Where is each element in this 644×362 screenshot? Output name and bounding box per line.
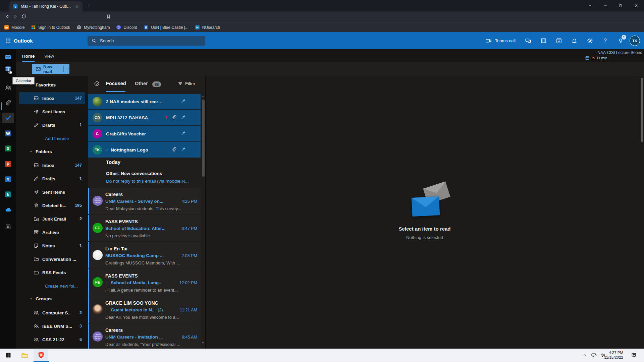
email-sender: Lin En Tai — [105, 246, 127, 251]
sidebar-item-ieee-unm-s-[interactable]: IEEE UNM S... 3 — [19, 320, 85, 332]
tab-focused[interactable]: Focused — [106, 81, 126, 86]
app-launcher-icon[interactable] — [5, 38, 11, 44]
list-scroll-down[interactable]: ▼ — [201, 342, 205, 345]
ribbon: Delete Archive Report Sweep Move to Repl… — [16, 62, 644, 76]
rail-item-powerpoint[interactable]: P — [0, 161, 16, 167]
other-conversations-link[interactable]: Do not reply to this email (via moodle.N… — [106, 179, 189, 184]
bookmark-item-0[interactable]: mMoodle — [4, 25, 24, 30]
chat-button[interactable] — [520, 32, 536, 49]
sidebar-section-folders[interactable]: Folders — [19, 145, 85, 158]
email-row[interactable]: FE FASS EVENTS School of Media, Lang... … — [88, 269, 201, 296]
unread-count: 147 — [75, 163, 82, 168]
sidebar-item-drafts[interactable]: Drafts 1 — [19, 119, 85, 131]
rail-item-more-apps[interactable] — [0, 224, 16, 230]
rail-item-people[interactable] — [0, 84, 16, 91]
rail-item-todo[interactable] — [0, 115, 16, 121]
rail-item-mail[interactable] — [0, 54, 16, 60]
email-row[interactable]: FE FASS EVENTS School of Education: Alte… — [88, 215, 201, 241]
reload-icon[interactable] — [21, 14, 26, 19]
sidebar-item-css-21-22[interactable]: CSS 21-22 6 — [19, 334, 85, 346]
action-center-button[interactable] — [628, 349, 639, 362]
bookmark-item-2[interactable]: MyNottingham — [76, 25, 110, 30]
teams-call-button[interactable]: Teams call — [485, 38, 516, 44]
new-tab-icon[interactable] — [87, 3, 92, 8]
search-input[interactable]: Search — [88, 36, 205, 46]
help-button[interactable]: ? — [597, 32, 613, 49]
page-scrollbar-thumb[interactable] — [641, 78, 643, 142]
taskbar-clock[interactable]: 4:27 PM 11/15/2022 — [602, 350, 623, 360]
file-explorer-button[interactable] — [17, 349, 32, 362]
bookmark-icon[interactable] — [106, 14, 111, 19]
browser-tab[interactable]: o Mail - Tan Hong Kai - Outlook — [9, 1, 83, 11]
pinned-email-row[interactable]: G GrabGifts Voucher — [88, 126, 201, 141]
notifications-button[interactable] — [567, 32, 582, 49]
window-maximize-icon[interactable] — [619, 4, 623, 8]
sidebar-item-drafts[interactable]: Drafts 1 — [19, 173, 85, 185]
calendar-reminder[interactable]: NAA-CISI Lecture Series in 33 min — [585, 50, 642, 60]
account-avatar[interactable]: TK — [630, 36, 640, 46]
bookmark-item-4[interactable]: BUoN | Blue Castle |... — [144, 25, 189, 30]
email-subject: Guest lectures in N... — [111, 307, 156, 312]
rail-item-word[interactable]: W — [0, 130, 16, 137]
tab-search-icon[interactable] — [588, 3, 592, 8]
email-row[interactable]: CareersAdvisoryService Careers UNM Caree… — [88, 188, 201, 214]
settings-button[interactable] — [582, 32, 597, 49]
list-scrollbar-thumb[interactable] — [202, 100, 205, 177]
email-subject: School of Media, Lang... — [111, 280, 163, 285]
bookmark-item-5[interactable]: NNUsearch — [195, 25, 220, 30]
my-day-button[interactable] — [551, 32, 567, 49]
brave-taskbar-button[interactable] — [34, 349, 48, 362]
start-button[interactable] — [1, 349, 15, 362]
list-scroll-up[interactable]: ▲ — [201, 95, 205, 98]
forward-icon[interactable] — [13, 14, 18, 19]
new-mail-button[interactable]: New mail — [32, 64, 69, 74]
select-all-icon[interactable] — [94, 81, 100, 86]
sidebar-item-inbox[interactable]: Inbox 147 — [19, 159, 85, 171]
rail-item-attachments[interactable] — [0, 100, 16, 106]
tray-expand-button[interactable] — [580, 349, 589, 362]
pinned-email-row[interactable]: GD MPU 3212 BAHASA... ! — [88, 110, 201, 125]
sidebar-item-archive[interactable]: Archive — [19, 226, 85, 238]
immersive-reader-button[interactable] — [536, 32, 551, 49]
back-icon[interactable] — [4, 14, 10, 19]
email-row[interactable]: Lin En Tai MUSSOC Bonding Camp ... 2:03 … — [88, 242, 201, 268]
sidebar-item-notes[interactable]: Notes 1 — [19, 240, 85, 252]
filter-label[interactable]: Filter — [185, 81, 195, 86]
tab-close-icon[interactable] — [75, 4, 79, 9]
sidebar-link-create-new-fol-[interactable]: Create new fol... — [45, 280, 78, 292]
sidebar-item-rss-feeds[interactable]: RSS Feeds — [19, 266, 85, 279]
bookmark-item-3[interactable]: Discord — [116, 25, 137, 30]
sidebar-item-label: Inbox — [42, 163, 54, 168]
sidebar-item-sent-items[interactable]: Sent Items — [19, 186, 85, 198]
ribbon-tab-view[interactable]: View — [44, 52, 54, 60]
sidebar-item-computer-s-[interactable]: Computer S... 2 — [19, 307, 85, 319]
rail-item-bing[interactable]: b — [0, 191, 16, 198]
section-label: Folders — [36, 149, 52, 154]
window-minimize-icon[interactable] — [603, 3, 608, 8]
sidebar-item-deleted-it-[interactable]: Deleted It... 195 — [19, 199, 85, 212]
bookmark-item-1[interactable]: Sign in to Outlook — [31, 25, 70, 30]
avatar: TK — [93, 145, 102, 155]
sidebar-section-groups[interactable]: Groups — [19, 293, 85, 305]
new-mail-chevron-icon[interactable] — [66, 67, 69, 71]
tips-button[interactable]: 1 — [613, 32, 628, 49]
sidebar-item-conversation-[interactable]: Conversation ... — [19, 253, 85, 265]
email-row[interactable]: CareersAdvisoryService Careers UNM Caree… — [88, 323, 201, 349]
email-row[interactable]: GRACE LIM SOO YONG Guest lectures in N..… — [88, 296, 201, 323]
sidebar-link-add-favorite[interactable]: Add favorite — [45, 132, 69, 144]
unread-count: 195 — [75, 203, 82, 208]
sidebar-item-junk-email[interactable]: Junk Email 2 — [19, 213, 85, 225]
sidebar-item-inbox[interactable]: Inbox 147 — [19, 92, 85, 104]
rail-item-excel[interactable]: X — [0, 145, 16, 152]
pinned-email-row[interactable]: 2 NAA modules still recruit stu... — [88, 94, 201, 109]
window-close-icon[interactable] — [634, 3, 639, 8]
sidebar-item-sent-items[interactable]: Sent Items — [19, 106, 85, 118]
email-time: 9:45 AM — [182, 335, 197, 340]
rail-item-yammer[interactable]: Y — [0, 176, 16, 183]
network-button[interactable] — [589, 349, 598, 362]
rail-item-onedrive[interactable] — [0, 206, 16, 214]
ribbon-tab-home[interactable]: Home — [22, 52, 35, 60]
tab-other[interactable]: Other — [135, 81, 148, 86]
filter-icon[interactable] — [178, 81, 183, 86]
pinned-email-row[interactable]: TK Nottingham Logo — [88, 142, 201, 158]
